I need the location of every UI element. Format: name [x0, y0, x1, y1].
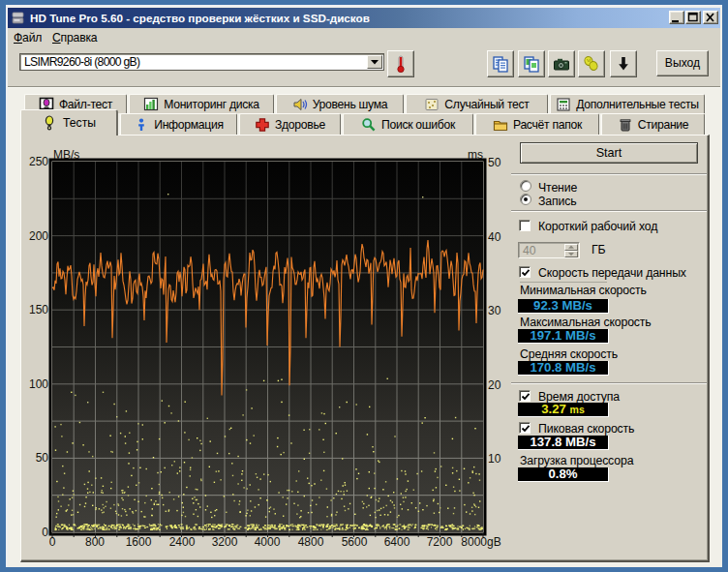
- svg-text:150: 150: [29, 303, 48, 316]
- svg-text:8000gB: 8000gB: [461, 535, 500, 549]
- svg-text:4000: 4000: [255, 535, 281, 549]
- svg-text:MB/s: MB/s: [53, 148, 79, 162]
- svg-text:0: 0: [42, 526, 48, 539]
- svg-text:7200: 7200: [427, 535, 453, 549]
- svg-text:250: 250: [29, 155, 48, 168]
- svg-text:50: 50: [488, 156, 501, 169]
- svg-text:800: 800: [85, 535, 105, 549]
- svg-text:40: 40: [488, 230, 501, 244]
- svg-text:0: 0: [49, 535, 56, 549]
- svg-text:3200: 3200: [212, 535, 238, 549]
- svg-text:ms: ms: [468, 148, 483, 162]
- svg-text:6400: 6400: [384, 535, 410, 549]
- svg-text:200: 200: [29, 229, 48, 243]
- svg-text:5600: 5600: [342, 535, 368, 549]
- svg-text:2400: 2400: [169, 535, 196, 549]
- svg-text:30: 30: [488, 304, 501, 317]
- svg-text:10: 10: [488, 452, 501, 466]
- svg-text:4800: 4800: [298, 535, 324, 549]
- svg-text:20: 20: [488, 378, 501, 392]
- svg-text:100: 100: [29, 377, 48, 391]
- svg-text:1600: 1600: [126, 535, 152, 549]
- svg-text:50: 50: [36, 451, 49, 465]
